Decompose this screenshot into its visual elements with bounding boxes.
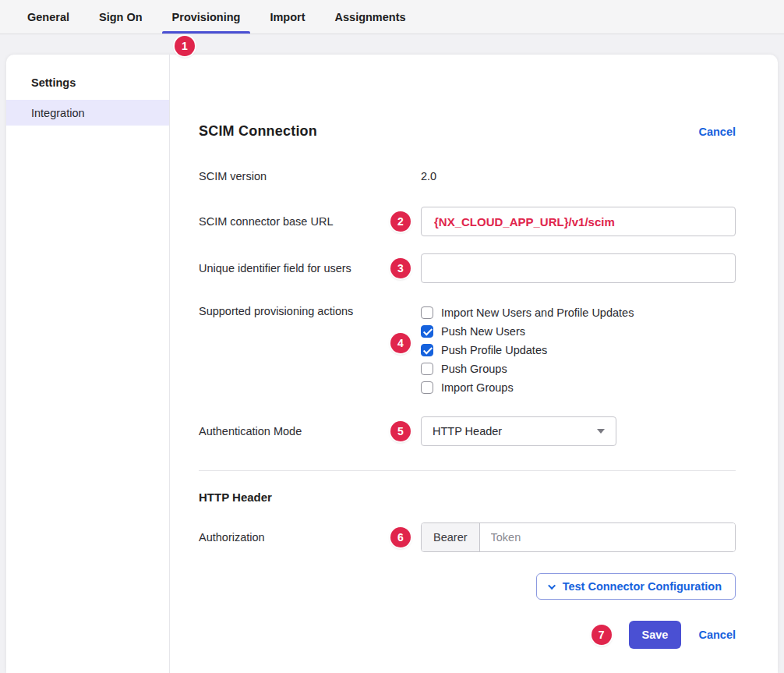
annotation-badge-2: 2: [390, 211, 411, 232]
sidebar-item-label: Integration: [31, 107, 85, 119]
scim-form: SCIM Connection Cancel SCIM version 2.0 …: [170, 55, 778, 673]
page: General Sign On Provisioning Import Assi…: [0, 0, 784, 673]
tab-general[interactable]: General: [12, 0, 84, 34]
annotation-badge-1: 1: [175, 36, 195, 56]
annotation-badge-7: 7: [592, 625, 612, 645]
tab-assignments[interactable]: Assignments: [320, 0, 421, 34]
annotation-badge-6: 6: [390, 527, 411, 547]
push-groups-checkbox[interactable]: [421, 363, 433, 375]
http-header-section-title: HTTP Header: [199, 491, 736, 504]
annotation-badge-3: 3: [390, 258, 411, 278]
auth-mode-select[interactable]: HTTP Header: [421, 416, 616, 446]
auth-mode-label: Authentication Mode: [199, 423, 421, 439]
annotation-badge-5: 5: [390, 421, 411, 441]
auth-mode-selected-value: HTTP Header: [433, 425, 502, 437]
import-groups-checkbox[interactable]: [421, 381, 433, 394]
content-card: Settings Integration SCIM Connection Can…: [6, 55, 778, 673]
app-tabbar: General Sign On Provisioning Import Assi…: [0, 0, 784, 34]
option-push-profile-updates: Push Profile Updates: [421, 341, 736, 360]
tab-import[interactable]: Import: [255, 0, 320, 34]
option-label: Push Groups: [441, 363, 507, 375]
option-label: Push New Users: [441, 325, 525, 338]
unique-id-input[interactable]: [421, 253, 736, 283]
tab-provisioning[interactable]: Provisioning: [157, 0, 256, 34]
save-button[interactable]: Save: [629, 621, 682, 649]
base-url-label: SCIM connector base URL: [199, 214, 421, 229]
scim-version-value: 2.0: [421, 170, 436, 182]
bearer-prefix: Bearer: [422, 523, 480, 551]
sidebar-item-integration[interactable]: Integration: [6, 100, 169, 126]
base-url-input[interactable]: [421, 207, 736, 236]
chevron-down-icon: [548, 582, 556, 590]
test-connector-button[interactable]: Test Connector Configuration: [536, 573, 736, 600]
cancel-link-bottom[interactable]: Cancel: [698, 629, 736, 641]
authorization-input-group: Bearer: [421, 522, 736, 552]
import-new-users-checkbox[interactable]: [421, 306, 433, 319]
sidebar-title: Settings: [31, 76, 169, 89]
annotation-badge-4: 4: [390, 333, 411, 353]
chevron-down-icon: [597, 429, 605, 434]
authorization-label: Authorization: [199, 530, 421, 545]
option-label: Push Profile Updates: [441, 344, 547, 356]
option-label: Import Groups: [441, 381, 514, 394]
test-connector-label: Test Connector Configuration: [563, 580, 722, 593]
settings-sidebar: Settings Integration: [6, 55, 170, 673]
provisioning-actions-label: Supported provisioning actions: [199, 303, 421, 319]
cancel-link-top[interactable]: Cancel: [698, 126, 736, 138]
unique-id-label: Unique identifier field for users: [199, 260, 421, 276]
option-label: Import New Users and Profile Updates: [441, 306, 634, 319]
option-import-new-users: Import New Users and Profile Updates: [421, 303, 736, 322]
tab-sign-on[interactable]: Sign On: [84, 0, 157, 34]
scim-version-label: SCIM version: [199, 168, 421, 184]
push-new-users-checkbox[interactable]: [421, 325, 433, 338]
option-push-new-users: Push New Users: [421, 322, 736, 341]
token-input[interactable]: [480, 523, 735, 551]
option-import-groups: Import Groups: [421, 378, 736, 397]
option-push-groups: Push Groups: [421, 360, 736, 378]
section-divider: [199, 470, 736, 471]
page-title: SCIM Connection: [199, 123, 317, 140]
push-profile-updates-checkbox[interactable]: [421, 344, 433, 356]
